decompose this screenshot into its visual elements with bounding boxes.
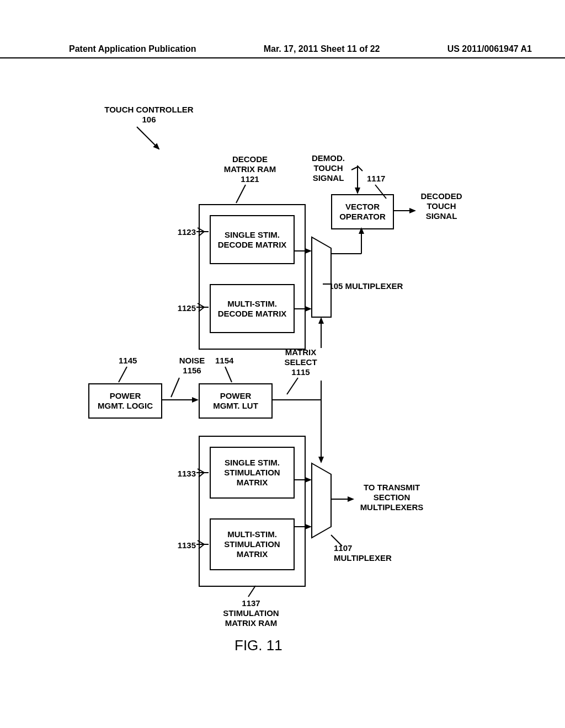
svg-line-1 <box>236 185 246 203</box>
svg-line-3 <box>375 185 386 199</box>
svg-line-16 <box>171 378 179 397</box>
diagram-svg <box>0 0 565 728</box>
svg-line-0 <box>137 127 159 149</box>
svg-line-27 <box>248 586 255 597</box>
svg-line-15 <box>225 367 232 382</box>
svg-line-22 <box>331 535 342 546</box>
svg-line-14 <box>119 367 127 382</box>
page: Patent Application Publication Mar. 17, … <box>0 0 565 728</box>
svg-line-12 <box>287 378 298 394</box>
